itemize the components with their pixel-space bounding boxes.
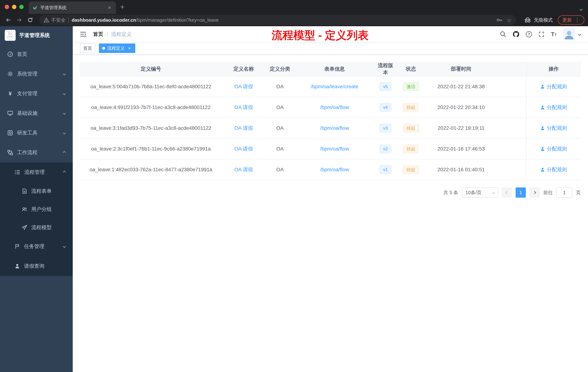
table-row: oa_leave:3:1fad3d93-7b75-11ec-a3c8-acde4…: [80, 118, 581, 139]
chevron-down-icon: [63, 72, 66, 76]
column-header-actions: 操作: [526, 62, 581, 76]
tab-close-icon[interactable]: ×: [106, 5, 112, 11]
assign-rule-button[interactable]: 分配规则: [540, 166, 567, 173]
definition-name-link[interactable]: OA 请假: [234, 166, 253, 173]
table-row: oa_leave:2:3c1f0ef1-76b1-11ec-9c66-a2380…: [80, 139, 581, 159]
reload-button[interactable]: [25, 15, 35, 25]
incognito-badge: 无痕模式: [524, 17, 553, 23]
goto-page-input[interactable]: [556, 187, 572, 198]
column-header-status: 状态: [396, 62, 425, 76]
form-link[interactable]: /bpm/oa/flow: [320, 167, 349, 173]
page-size-select[interactable]: 10条/页: [462, 187, 498, 198]
avatar[interactable]: [563, 28, 575, 40]
paper-plane-icon: [22, 225, 27, 230]
sidebar-toggle-icon[interactable]: [79, 30, 88, 39]
sidebar-item-system[interactable]: 系统管理: [0, 64, 73, 84]
site-security-chip[interactable]: 不安全: [44, 17, 65, 23]
form-link[interactable]: /bpm/oa/flow: [320, 125, 349, 131]
url-host: dashboard.yudao.iocoder.cn: [72, 17, 136, 23]
next-page-button[interactable]: [529, 187, 540, 198]
bookmark-star-icon[interactable]: ☆: [507, 17, 512, 23]
document-icon: [22, 188, 27, 194]
sidebar-item-process-model[interactable]: 流程模型: [0, 219, 73, 237]
incognito-label: 无痕模式: [534, 17, 553, 23]
browser-menu-icon[interactable]: ⋮: [575, 17, 580, 23]
password-key-icon[interactable]: [496, 17, 502, 23]
assign-rule-button[interactable]: 分配规则: [540, 104, 567, 111]
definition-name-link[interactable]: OA 请假: [234, 104, 253, 111]
chevron-right-icon: [533, 191, 536, 194]
table-row: oa_leave:1:482ec033-762a-11ec-8477-a2380…: [80, 159, 581, 180]
status-badge: 挂起: [403, 144, 419, 153]
breadcrumb-separator: /: [106, 31, 108, 37]
forward-button[interactable]: [15, 15, 24, 25]
tag-process-definition[interactable]: 流程定义 ×: [99, 44, 135, 53]
github-icon[interactable]: [513, 31, 519, 37]
avatar-dropdown-icon[interactable]: [578, 33, 581, 36]
help-icon[interactable]: ?: [526, 31, 532, 37]
window-minimize-button[interactable]: [12, 5, 16, 9]
monitor-icon: [7, 110, 13, 116]
tab-search-icon[interactable]: [580, 5, 582, 12]
search-icon[interactable]: [500, 31, 506, 37]
sidebar-item-task-management[interactable]: 任务管理: [0, 237, 73, 256]
sidebar-item-leave-query[interactable]: 请假查询: [0, 256, 73, 276]
flag-icon: [15, 244, 20, 249]
window-close-button[interactable]: [5, 5, 9, 9]
sidebar-item-payment[interactable]: ¥ 支付管理: [0, 84, 73, 103]
definition-name-link[interactable]: OA 请假: [234, 125, 253, 131]
user-icon: [540, 84, 545, 89]
navbar: 首页 / 流程定义 流程模型 - 定义列表 ? TT: [73, 26, 588, 42]
cell-category: OA: [265, 97, 294, 118]
tag-home[interactable]: 首页: [80, 44, 95, 53]
sidebar-item-home[interactable]: 首页: [0, 44, 73, 64]
breadcrumb-current: 流程定义: [111, 31, 132, 38]
column-header-form: 表单信息: [294, 62, 375, 76]
new-tab-button[interactable]: +: [120, 3, 124, 11]
form-link[interactable]: /bpm/oa/flow: [320, 104, 349, 110]
warning-icon: [44, 17, 49, 23]
tab-strip: 芋道管理系统 × +: [0, 0, 588, 14]
page-content: 定义编号 定义名称 定义分类 表单信息 流程版本 状态 部署时间 操作 oa_l…: [73, 55, 588, 372]
workflow-icon: [7, 150, 13, 155]
prev-page-button[interactable]: [502, 187, 512, 198]
users-icon: [22, 207, 27, 212]
sidebar-item-devtools[interactable]: 研发工具: [0, 123, 73, 143]
url-path: /bpm/manager/definition?key=oa_leave: [136, 17, 219, 23]
cell-category: OA: [265, 77, 294, 97]
fullscreen-icon[interactable]: [538, 31, 544, 37]
chevron-up-icon: [63, 171, 66, 174]
user-icon: [540, 126, 545, 131]
definition-name-link[interactable]: OA 请假: [234, 145, 253, 152]
form-link[interactable]: /bpm/oa/leave/create: [311, 84, 358, 89]
status-badge: 挂起: [403, 165, 419, 174]
assign-rule-button[interactable]: 分配规则: [540, 145, 567, 152]
cell-definition-id: oa_leave:2:3c1f0ef1-76b1-11ec-9c66-a2380…: [80, 139, 222, 159]
assign-rule-button[interactable]: 分配规则: [540, 125, 567, 131]
definition-name-link[interactable]: OA 请假: [234, 83, 253, 90]
breadcrumb-home[interactable]: 首页: [93, 31, 103, 38]
app-root: 芋道管理系统 首页 系统管理 ¥ 支付管理 基础设施: [0, 26, 588, 372]
page-number-button[interactable]: 1: [516, 187, 526, 198]
back-button[interactable]: [4, 15, 13, 25]
sidebar-item-process-management[interactable]: 流程管理: [0, 162, 73, 182]
tag-close-icon[interactable]: ×: [127, 46, 132, 51]
cell-category: OA: [265, 118, 294, 138]
user-icon: [540, 146, 545, 151]
table-row: oa_leave:5:004b710b-7b8a-11ec-8ef0-acde4…: [80, 77, 581, 97]
column-header-deploy-time: 部署时间: [425, 62, 497, 76]
user-icon: [15, 263, 20, 269]
form-link[interactable]: /bpm/oa/flow: [320, 146, 349, 152]
font-size-icon[interactable]: TT: [551, 31, 557, 37]
sidebar-item-workflow[interactable]: 工作流程: [0, 143, 73, 162]
sidebar-item-infrastructure[interactable]: 基础设施: [0, 103, 73, 123]
browser-tab[interactable]: 芋道管理系统 ×: [29, 1, 116, 14]
pagination: 共 5 条 10条/页 1 前往 页: [80, 187, 581, 198]
assign-rule-button[interactable]: 分配规则: [540, 83, 567, 90]
sidebar-item-process-form[interactable]: 流程表单: [0, 182, 73, 200]
sidebar-item-user-group[interactable]: 用户分组: [0, 200, 73, 219]
address-bar[interactable]: 不安全 dashboard.yudao.iocoder.cn/bpm/manag…: [39, 15, 516, 25]
window-zoom-button[interactable]: [19, 5, 24, 9]
user-icon: [540, 105, 545, 110]
browser-update-button[interactable]: 更新 ⋮: [558, 15, 584, 25]
